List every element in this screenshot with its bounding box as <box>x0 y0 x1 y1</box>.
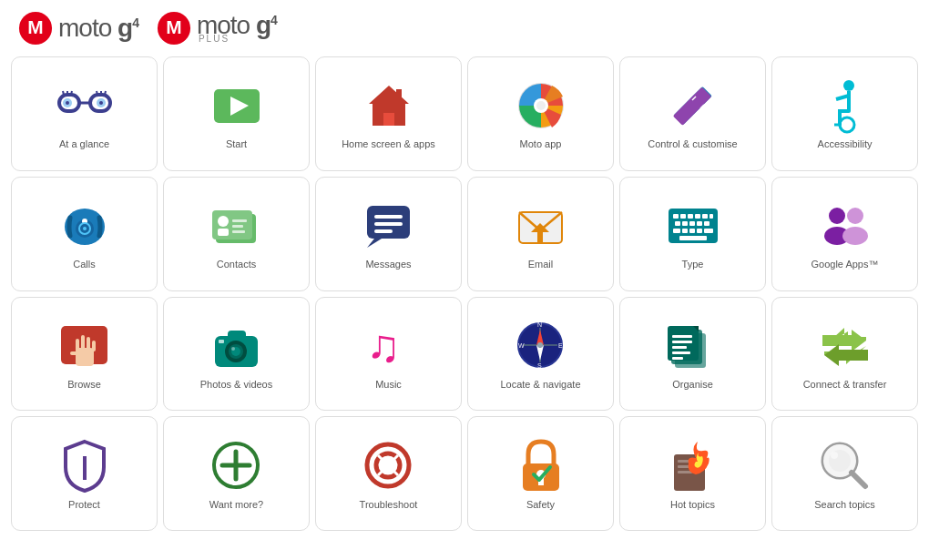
tile-browse-label: Browse <box>67 379 101 391</box>
svg-rect-54 <box>537 232 543 243</box>
svg-rect-57 <box>680 214 686 219</box>
svg-line-16 <box>105 91 106 95</box>
tile-start[interactable]: Start <box>163 56 310 171</box>
svg-rect-66 <box>704 221 710 226</box>
svg-text:N: N <box>537 321 542 328</box>
padlock-icon <box>514 439 568 494</box>
tile-google-apps-label: Google Apps™ <box>812 259 879 270</box>
tile-contacts[interactable]: Contacts <box>163 177 310 291</box>
logo2: M moto g4 PLUS <box>157 11 277 46</box>
tile-photos[interactable]: Photos & videos <box>163 297 310 412</box>
shield-icon <box>57 439 112 494</box>
svg-rect-59 <box>695 214 700 219</box>
svg-rect-83 <box>70 351 77 355</box>
tile-protect-label: Protect <box>68 499 100 511</box>
svg-rect-63 <box>682 221 688 226</box>
svg-rect-56 <box>673 214 679 219</box>
tile-hot-topics-label: Hot topics <box>670 499 715 511</box>
svg-point-97 <box>537 342 543 348</box>
svg-rect-90 <box>219 340 224 343</box>
tile-home-screen-label: Home screen & apps <box>342 138 435 150</box>
tile-safety-label: Safety <box>526 499 555 511</box>
tile-home-screen[interactable]: Home screen & apps <box>315 56 462 171</box>
svg-rect-61 <box>710 214 713 219</box>
tile-calls[interactable]: Calls <box>11 177 158 291</box>
svg-rect-108 <box>672 351 690 354</box>
svg-rect-20 <box>383 113 394 126</box>
svg-rect-70 <box>697 229 702 233</box>
svg-rect-46 <box>232 230 245 233</box>
connect-icon <box>818 319 873 373</box>
tile-protect[interactable]: Protect <box>11 416 158 531</box>
svg-line-27 <box>684 88 688 92</box>
tile-accessibility[interactable]: Accessibility <box>771 56 918 171</box>
people-icon <box>818 199 873 253</box>
tile-connect-label: Connect & transfer <box>803 379 887 391</box>
tile-contacts-label: Contacts <box>217 259 256 270</box>
tile-google-apps[interactable]: Google Apps™ <box>771 177 918 291</box>
tile-hot-topics[interactable]: Hot topics <box>619 416 766 531</box>
glasses-icon <box>57 78 112 133</box>
tile-email[interactable]: Email <box>467 177 614 291</box>
tile-troubleshoot[interactable]: Troubleshoot <box>315 416 462 531</box>
svg-point-24 <box>536 101 546 110</box>
tile-want-more[interactable]: Want more? <box>163 416 310 531</box>
svg-rect-51 <box>374 229 393 233</box>
organise-icon <box>666 319 720 373</box>
browse-icon <box>57 319 112 373</box>
svg-rect-109 <box>672 357 683 360</box>
messages-icon <box>362 199 416 253</box>
tile-at-a-glance[interactable]: At a glance <box>11 56 158 171</box>
tile-connect[interactable]: Connect & transfer <box>771 297 918 412</box>
tile-search-topics-label: Search topics <box>814 499 875 511</box>
svg-point-75 <box>847 208 863 224</box>
lifebuoy-icon <box>362 439 416 494</box>
svg-rect-45 <box>232 225 243 228</box>
svg-text:M: M <box>27 16 43 37</box>
tile-troubleshoot-label: Troubleshoot <box>360 499 418 511</box>
tile-organise[interactable]: Organise <box>619 297 766 412</box>
svg-line-134 <box>852 473 865 486</box>
tile-browse[interactable]: Browse <box>11 297 158 412</box>
tile-start-label: Start <box>226 138 247 150</box>
tile-moto-app[interactable]: Moto app <box>467 56 614 171</box>
tile-moto-app-label: Moto app <box>520 138 562 150</box>
svg-text:♫: ♫ <box>366 321 401 372</box>
home-icon <box>362 78 416 133</box>
tools-icon <box>666 78 720 133</box>
svg-point-39 <box>83 227 87 230</box>
svg-rect-49 <box>374 215 403 219</box>
svg-rect-21 <box>396 89 402 100</box>
tile-safety[interactable]: Safety <box>467 416 614 531</box>
tile-type[interactable]: Type <box>619 177 766 291</box>
tile-messages[interactable]: Messages <box>315 177 462 291</box>
svg-text:W: W <box>518 342 525 349</box>
logo2-text: moto g4 PLUS <box>197 13 277 44</box>
tile-email-label: Email <box>528 259 554 270</box>
svg-point-89 <box>231 347 235 351</box>
tile-music[interactable]: ♫ Music <box>315 297 462 412</box>
svg-point-9 <box>66 101 69 105</box>
play-icon <box>209 78 264 133</box>
motorola-logo-2: M <box>157 11 191 46</box>
svg-rect-68 <box>682 229 688 233</box>
camera-icon <box>209 319 264 373</box>
svg-line-14 <box>97 91 97 95</box>
svg-rect-85 <box>228 331 246 340</box>
svg-point-76 <box>842 227 868 245</box>
tile-search-topics[interactable]: Search topics <box>771 416 918 531</box>
svg-rect-67 <box>673 229 680 233</box>
svg-point-119 <box>367 444 409 486</box>
tile-calls-label: Calls <box>73 259 95 270</box>
flame-icon <box>666 439 720 494</box>
svg-text:E: E <box>558 342 563 349</box>
tile-at-a-glance-label: At a glance <box>59 138 109 150</box>
tile-locate[interactable]: N S W E Locate & navigate <box>467 297 614 412</box>
svg-rect-26 <box>673 87 711 125</box>
tile-control[interactable]: Control & customise <box>619 56 766 171</box>
svg-rect-44 <box>232 219 247 222</box>
phone-icon <box>57 199 112 253</box>
svg-point-136 <box>831 452 838 459</box>
svg-rect-106 <box>672 341 692 343</box>
tile-accessibility-label: Accessibility <box>818 138 873 150</box>
